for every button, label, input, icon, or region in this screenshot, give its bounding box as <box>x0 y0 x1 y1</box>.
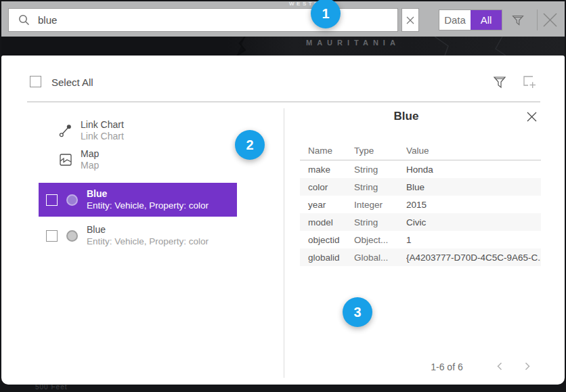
search-results-panel: Select All Link Chart Link <box>1 56 565 385</box>
toolbar-divider <box>537 9 538 30</box>
callout-badge-3: 3 <box>343 297 372 327</box>
entity-circle-icon <box>66 230 78 242</box>
page-next-button[interactable] <box>523 362 531 374</box>
funnel-icon <box>492 74 507 89</box>
cell-name: model <box>300 217 354 227</box>
cell-type: String <box>354 165 406 175</box>
cell-type: String <box>354 182 406 192</box>
table-row: year Integer 2015 <box>300 196 541 213</box>
result-subtitle: Entity: Vehicle, Property: color <box>87 236 209 247</box>
add-to-selection-button[interactable] <box>521 74 538 93</box>
result-title: Blue <box>87 188 209 200</box>
cell-value: Blue <box>406 182 541 192</box>
scope-option-all[interactable]: All <box>471 10 502 30</box>
cell-value: 2015 <box>406 200 541 210</box>
result-checkbox[interactable] <box>46 230 58 242</box>
result-row-blue-selected[interactable]: Blue Entity: Vehicle, Property: color <box>39 183 237 217</box>
toolbar-filter-button[interactable] <box>510 12 525 30</box>
search-icon <box>18 14 30 26</box>
search-toolbar: Data All <box>1 1 565 37</box>
clear-search-button[interactable] <box>401 8 419 32</box>
callout-badge-1: 1 <box>311 0 341 28</box>
pagination-label: 1-6 of 6 <box>416 362 477 372</box>
properties-table: Name Type Value make String Honda color … <box>300 141 541 266</box>
result-item-link-chart[interactable]: Link Chart Link Chart <box>58 119 124 142</box>
table-row: model String Civic <box>300 213 541 231</box>
chevron-left-icon <box>496 362 504 371</box>
panel-vertical-divider <box>284 108 284 378</box>
detail-close-button[interactable] <box>526 111 538 125</box>
result-checkbox[interactable] <box>46 194 58 206</box>
table-header-row: Name Type Value <box>300 141 541 160</box>
result-item-map[interactable]: Map Map <box>58 148 99 171</box>
table-row: color String Blue <box>300 178 541 196</box>
panel-filter-button[interactable] <box>492 74 507 92</box>
x-icon <box>542 12 559 28</box>
callout-number: 1 <box>322 6 329 22</box>
result-row-blue[interactable]: Blue Entity: Vehicle, Property: color <box>39 219 237 253</box>
cell-value: Civic <box>406 217 541 227</box>
cell-name: color <box>300 182 354 192</box>
cell-value: Honda <box>406 165 541 175</box>
result-title: Map <box>81 148 99 160</box>
chevron-right-icon <box>523 362 531 371</box>
map-background <box>1 37 565 56</box>
column-header-value: Value <box>406 146 541 156</box>
detail-title: Blue <box>284 110 528 123</box>
cell-name: objectid <box>300 235 354 245</box>
result-title: Link Chart <box>81 119 124 131</box>
callout-number: 3 <box>353 305 361 320</box>
table-row: objectid Object... 1 <box>300 231 541 248</box>
cell-value: 1 <box>406 235 541 245</box>
select-all-label: Select All <box>51 77 93 88</box>
cell-name: year <box>300 200 354 210</box>
cell-name: make <box>300 165 354 175</box>
select-all-checkbox[interactable] <box>30 76 41 87</box>
scope-toggle: Data All <box>439 9 502 30</box>
cell-type: String <box>354 217 406 227</box>
cell-type: Object... <box>354 235 406 245</box>
map-label-mauritania: MAURITANIA <box>306 39 400 47</box>
cell-type: Integer <box>354 200 406 210</box>
app-window: WESTER MAURITANIA 500 Feet Data All <box>0 0 566 392</box>
x-icon <box>526 111 538 123</box>
map-icon <box>58 152 73 167</box>
page-previous-button[interactable] <box>496 362 504 374</box>
cell-type: Global... <box>354 253 406 263</box>
link-chart-icon <box>58 123 73 138</box>
cell-value: {A4203777-D70D-4C5C-9A65-C... <box>406 253 541 263</box>
add-to-selection-icon <box>521 74 538 90</box>
callout-badge-2: 2 <box>235 130 265 160</box>
column-header-type: Type <box>354 146 406 156</box>
column-header-name: Name <box>300 146 354 156</box>
cell-name: globalid <box>300 253 354 263</box>
toolbar-close-button[interactable] <box>542 12 559 31</box>
result-subtitle: Entity: Vehicle, Property: color <box>87 200 209 211</box>
x-icon <box>406 16 414 24</box>
table-row: globalid Global... {A4203777-D70D-4C5C-9… <box>300 248 541 266</box>
result-subtitle: Map <box>81 160 99 171</box>
funnel-icon <box>510 12 525 27</box>
result-title: Blue <box>87 224 209 236</box>
panel-header-divider <box>27 102 540 102</box>
entity-circle-icon <box>66 194 78 206</box>
callout-number: 2 <box>246 137 253 153</box>
result-subtitle: Link Chart <box>81 131 124 142</box>
scope-option-data[interactable]: Data <box>439 10 471 30</box>
table-row: make String Honda <box>300 160 541 178</box>
